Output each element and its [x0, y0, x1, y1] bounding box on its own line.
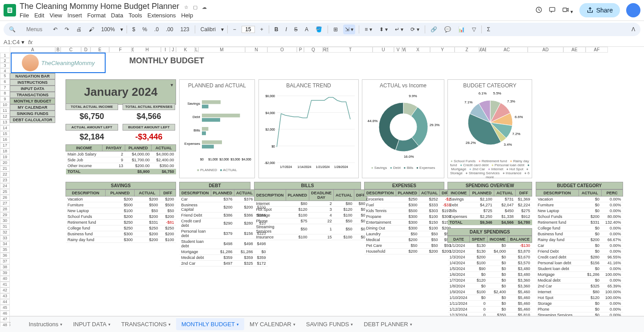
row-header[interactable]: 33: [0, 235, 10, 241]
table-cell[interactable]: Storage: [254, 213, 286, 218]
row-header[interactable]: 20: [0, 160, 10, 166]
table-cell[interactable]: $0: [487, 278, 508, 283]
table-row[interactable]: Furniture$500$500$500: [66, 202, 176, 208]
table-cell[interactable]: $250: [106, 225, 135, 231]
text-color-icon[interactable]: A: [303, 25, 310, 34]
table-row[interactable]: Storage$00.00%: [536, 301, 623, 307]
table-cell[interactable]: $200: [470, 254, 488, 260]
table-cell[interactable]: School Funds: [536, 214, 579, 220]
table-cell[interactable]: Student loan debt: [536, 266, 579, 272]
table-cell[interactable]: $200.00: [125, 163, 152, 169]
table-cell[interactable]: $50: [160, 208, 176, 214]
table-row[interactable]: Phone$00.00%: [536, 307, 623, 312]
table-cell[interactable]: $120: [334, 207, 354, 213]
table-cell[interactable]: $50: [419, 243, 440, 249]
table-cell[interactable]: $120: [470, 278, 488, 283]
decrease-decimal-icon[interactable]: .0: [152, 25, 160, 34]
row-header[interactable]: 28: [0, 206, 10, 212]
table-cell[interactable]: $100: [419, 225, 440, 231]
align-icon[interactable]: ≡ ▾: [363, 25, 373, 34]
table-cell[interactable]: 2nd Car: [180, 261, 211, 266]
table-cell[interactable]: $50: [419, 237, 440, 243]
table-cell[interactable]: $2,250: [470, 214, 494, 220]
col-header[interactable]: T: [328, 47, 373, 53]
table-cell[interactable]: 1/11/2024: [448, 301, 470, 307]
table-cell[interactable]: Credit card debt: [536, 254, 579, 260]
col-header[interactable]: AB: [481, 47, 486, 53]
row-header[interactable]: 18: [0, 148, 10, 154]
table-cell[interactable]: Business fund: [66, 231, 106, 237]
row-header[interactable]: 38: [0, 264, 10, 270]
menu-edit[interactable]: Edit: [34, 12, 44, 19]
table-row[interactable]: Propane$300$100$300: [365, 214, 453, 220]
row-header[interactable]: 42: [0, 287, 10, 293]
table-cell[interactable]: $100: [286, 234, 309, 240]
table-cell[interactable]: Fuel: [365, 202, 396, 208]
table-cell[interactable]: 0.00%: [601, 278, 623, 283]
table-row[interactable]: Laundry$50$50$50: [365, 231, 453, 237]
table-row[interactable]: Mortgage$1,286100.00%: [536, 272, 623, 278]
chart-budget-category[interactable]: BUDGET CATEGORY 5.5%7.3%6.6%7.2%3.4%28.2…: [447, 79, 532, 178]
font-dropdown-icon[interactable]: ▾: [221, 26, 224, 33]
row-header[interactable]: 29: [0, 212, 10, 218]
table-row[interactable]: Bills$725$450$275: [448, 208, 532, 214]
table-cell[interactable]: $50: [286, 224, 309, 234]
col-header[interactable]: H: [133, 47, 161, 53]
table-cell[interactable]: 0.00%: [601, 266, 623, 272]
table-cell[interactable]: 1: [309, 224, 334, 234]
redo-icon[interactable]: ↷: [63, 25, 71, 34]
row-header[interactable]: 17: [0, 143, 10, 148]
table-row[interactable]: Hot Spot$120100.00%: [536, 295, 623, 301]
table-cell[interactable]: $0: [487, 272, 508, 278]
col-header[interactable]: B: [55, 47, 61, 53]
table-cell[interactable]: $3,480: [508, 272, 532, 278]
search-icon[interactable]: 🔍: [7, 25, 17, 34]
table-cell[interactable]: $80: [578, 289, 601, 295]
table-cell[interactable]: 0: [470, 307, 488, 312]
table-cell[interactable]: $500: [135, 202, 160, 208]
table-cell[interactable]: -$130: [508, 243, 532, 249]
star-icon[interactable]: ☆: [184, 4, 189, 10]
table-row[interactable]: Medical debt$359$359$359: [180, 255, 268, 261]
table-cell[interactable]: 1/1/2024: [448, 243, 470, 249]
table-cell[interactable]: 41.16%: [601, 260, 623, 266]
sheet-tab[interactable]: INPUT DATA ▾: [68, 318, 116, 327]
table-cell[interactable]: New Laptop: [536, 208, 579, 214]
table-cell[interactable]: $300: [396, 202, 419, 208]
table-row[interactable]: Student loan debt$00.00%: [536, 266, 623, 272]
sheet-tab[interactable]: MY CALENDAR ▾: [244, 318, 301, 327]
table-cell[interactable]: $200: [396, 249, 419, 254]
strike-icon[interactable]: S: [292, 25, 299, 34]
chart-planned-actual[interactable]: PLANNED and ACTUAL SavingsDebtBillsExpen…: [179, 79, 255, 178]
italic-icon[interactable]: I: [284, 25, 289, 34]
row-header[interactable]: 16: [0, 137, 10, 143]
col-header[interactable]: D: [81, 47, 90, 53]
table-cell[interactable]: $90: [470, 266, 488, 272]
table-cell[interactable]: Furniture: [66, 202, 106, 208]
nav-item[interactable]: INSTRUCTIONS: [10, 79, 55, 86]
col-header[interactable]: AE: [563, 47, 586, 53]
table-row[interactable]: 1/4/2024$100$0$3,570: [448, 260, 532, 266]
table-row[interactable]: Car$00.00%: [536, 243, 623, 249]
table-cell[interactable]: $300: [396, 214, 419, 220]
table-row[interactable]: Debt$4,271$2,047$2,224: [448, 202, 532, 208]
undo-icon[interactable]: ↶: [51, 25, 59, 34]
table-cell[interactable]: $359: [255, 255, 268, 261]
table-cell[interactable]: New Laptop: [66, 208, 106, 214]
table-cell[interactable]: $100: [470, 260, 488, 266]
table-cell[interactable]: Friend Debt: [180, 213, 211, 218]
table-cell[interactable]: $497: [211, 261, 234, 266]
history-icon[interactable]: [535, 6, 542, 14]
table-cell[interactable]: $200: [160, 197, 176, 202]
table-cell[interactable]: $3,870: [508, 249, 532, 254]
table-cell[interactable]: Groceries: [365, 197, 396, 202]
col-header[interactable]: V: [394, 47, 402, 53]
row-header[interactable]: 47: [0, 316, 10, 322]
table-cell[interactable]: $331: [578, 220, 601, 225]
table-cell[interactable]: $0: [487, 283, 508, 289]
format-123-icon[interactable]: 123: [179, 25, 191, 34]
table-row[interactable]: 1/11/20240$0$5,460: [448, 301, 532, 307]
menu-data[interactable]: Data: [111, 12, 123, 19]
increase-font-icon[interactable]: +: [258, 25, 265, 34]
table-cell[interactable]: Rainy day fund: [66, 237, 106, 243]
